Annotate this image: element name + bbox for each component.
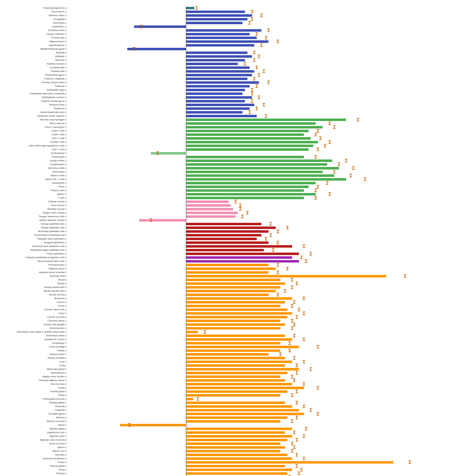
error-cap-bottom: [260, 46, 263, 47]
bar-element: [186, 305, 280, 307]
error-cap-top: [303, 245, 305, 245]
bar-label: Platelets 1: [0, 409, 67, 411]
bar-row: Substantia nigra pars compacta 1: [68, 92, 410, 95]
error-cap-bottom: [128, 426, 131, 427]
error-cap-top: [248, 21, 251, 22]
bar-label: Myometrium 1: [0, 371, 67, 374]
error-cap-bottom: [291, 288, 293, 289]
error-cap-bottom: [328, 195, 331, 196]
bar-label: Rectum 1: [0, 416, 67, 419]
error-cap-bottom: [244, 65, 246, 65]
bar-row: Endometrium 1: [68, 326, 410, 330]
error-cap-top: [269, 222, 272, 223]
error-cap-bottom: [328, 124, 331, 125]
error-cap-top: [291, 375, 293, 375]
bar-label: Breast lobular cells 1: [0, 290, 67, 292]
bar-row: Platelets 1: [68, 408, 410, 412]
error-cap-bottom: [251, 20, 253, 21]
error-cap-bottom: [293, 433, 296, 434]
bar-element: [186, 137, 311, 140]
bar-label: Sinus mucosa 1: [0, 442, 67, 445]
error-cap-top: [303, 457, 305, 457]
error-cap-top: [319, 137, 322, 137]
bar-label: Vastus lateralis muscle 1: [0, 219, 67, 222]
bar-row: Nodose nucleus 1: [68, 62, 410, 65]
bar-element: [186, 316, 287, 318]
bar-row: Ventral tegmental area 1: [68, 110, 410, 114]
bar-label: Plasma cells 1: [0, 189, 67, 192]
bar-element: [186, 431, 285, 434]
bar-element: [186, 52, 247, 54]
error-cap-top: [140, 25, 142, 25]
error-cap-top: [300, 256, 303, 256]
bar-row: Saphenous vein 1: [68, 431, 410, 434]
error-cap-top: [314, 133, 317, 133]
bar-label: T cells 1: [0, 196, 67, 199]
bar-row: Endometrial endothelial cell 1: [68, 233, 410, 237]
error-cap-top: [244, 62, 246, 63]
bar-label: Endometrial endothelial cell 1: [0, 234, 67, 236]
error-cap-bottom: [255, 69, 258, 69]
error-cap-top: [328, 140, 331, 141]
bar-element: [186, 167, 339, 169]
bar-label: Stomach 1: [0, 453, 67, 456]
bar-label: Tongue squamous cells 1: [0, 215, 67, 218]
bar-label: Neurons 1: [0, 59, 67, 61]
error-cap-top: [309, 408, 312, 409]
bar-label: Breast epithelial cells 1: [0, 226, 67, 229]
error-cap-top: [303, 360, 305, 361]
bar-label: Esophagus 1: [0, 342, 67, 344]
error-cap-bottom: [303, 247, 305, 248]
error-cap-bottom: [305, 262, 307, 263]
error-cap-bottom: [279, 355, 282, 356]
bar-element: [186, 256, 292, 259]
bar-label: Colonic mucosa 1: [0, 316, 67, 318]
error-cap-bottom: [293, 326, 296, 326]
error-cap-bottom: [296, 285, 298, 285]
bar-row: Accumbens 1: [68, 10, 410, 13]
bar-element: [186, 290, 275, 292]
bar-row: Deltoid muscle 1: [68, 200, 410, 203]
bar-label: Parietal lobe 1: [0, 70, 67, 73]
bar-element: [186, 227, 275, 229]
bar-label: Prostate gland 1: [0, 412, 67, 415]
bar-element: [186, 409, 299, 411]
error-cap-top: [303, 312, 305, 312]
bar-row: Tongue main corpus 1: [68, 211, 410, 214]
bar-label: Breast stroma 1: [0, 293, 67, 296]
bar-element: [186, 111, 242, 114]
error-cap-top: [409, 460, 411, 461]
bar-row: Naive b cells 1: [68, 174, 410, 177]
error-cap-top: [296, 364, 298, 364]
error-cap-bottom: [314, 136, 317, 136]
bar-row: Promyelocytes 1: [68, 263, 410, 267]
bar-row: Yeast (background) 1: [68, 6, 410, 10]
bar-row: Memory b cells 1: [68, 166, 410, 170]
bar-label: Tonsil epithelium 1: [0, 252, 67, 255]
bar-row: Pituitary gland 1: [68, 401, 410, 404]
error-cap-top: [128, 423, 131, 424]
error-cap-top: [265, 36, 267, 37]
error-cap-top: [303, 338, 305, 338]
error-cap-bottom: [248, 113, 251, 114]
bar-row: Frontal lobe 1: [68, 36, 410, 39]
bar-element: [186, 450, 280, 452]
bar-element: [139, 219, 186, 222]
bar-row: Entorhinal cortex 1: [68, 334, 410, 337]
bar-label: Gingival epithelium 1: [0, 241, 67, 244]
bar-element: [186, 435, 292, 438]
error-cap-top: [251, 10, 253, 11]
bar-label: Breast 1: [0, 282, 67, 285]
bar-element: [186, 122, 315, 125]
bar-label: Synovial membrane 1: [0, 457, 67, 460]
error-cap-bottom: [314, 158, 317, 159]
error-cap-top: [357, 118, 359, 119]
error-cap-top: [258, 55, 260, 55]
bar-label: Dorsal root ganglia 1: [0, 323, 67, 326]
bar-row: Kidney medulla 1: [68, 356, 410, 360]
bar-label: Oral mucosa 1: [0, 383, 67, 385]
bar-label: Amygdala 1: [0, 18, 67, 20]
error-cap-top: [350, 174, 352, 174]
bar-element: [186, 7, 194, 9]
bar-label: Astrocytes 1: [0, 21, 67, 24]
